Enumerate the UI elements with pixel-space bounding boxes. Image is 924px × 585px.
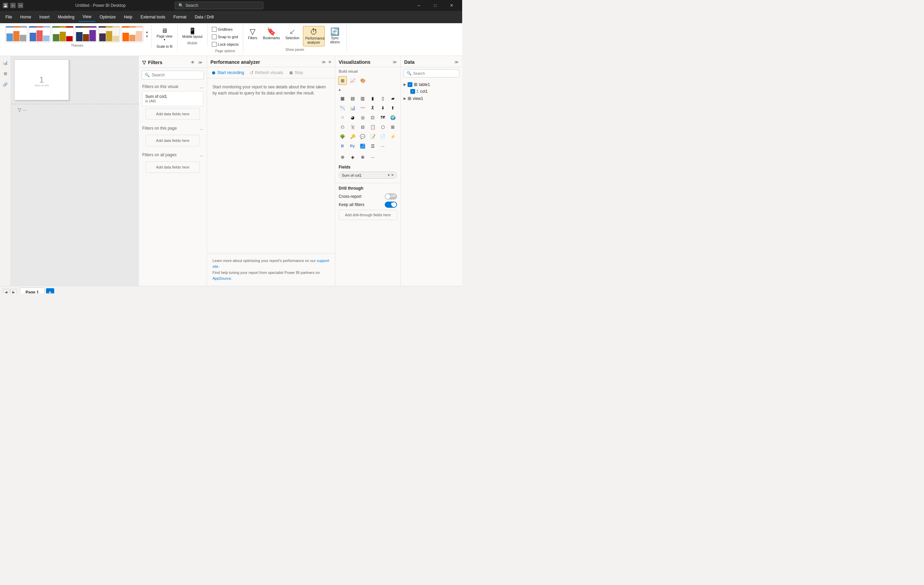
scale-to-fit-button[interactable]: Scale to fit (155, 43, 175, 50)
add-drill-fields-box[interactable]: Add drill-through fields here (339, 210, 397, 220)
field-pill-expand[interactable]: ▾ ✕ (388, 173, 394, 177)
sidebar-model-icon[interactable]: 🔗 (2, 81, 10, 89)
mobile-layout-button[interactable]: 📱 Mobile layout (180, 26, 205, 40)
perf-expand-icon[interactable]: ≫ (322, 60, 326, 64)
data-tree-view1[interactable]: ▶ ⊞ view1 (404, 95, 459, 102)
filters-this-page-menu[interactable]: ··· (200, 127, 203, 132)
filters-expand-icon[interactable]: ≫ (198, 59, 203, 66)
viz-100pct-bar-icon[interactable]: ▥ (358, 94, 367, 102)
viz-more-icon[interactable]: ··· (378, 142, 387, 150)
viz-paginated-report-icon[interactable]: 📄 (378, 132, 387, 141)
viz-qa-icon[interactable]: 💬 (358, 132, 367, 141)
add-visual-fields-box[interactable]: Add data fields here (146, 108, 200, 120)
save-icon[interactable]: 💾 (3, 3, 8, 8)
viz-collapse-icon[interactable]: ▲ (338, 88, 342, 91)
viz-azure-map-icon[interactable]: 🗾 (358, 142, 367, 150)
viz-ribbon-icon[interactable]: 🎗 (368, 103, 377, 112)
page-nav-next[interactable]: ▶ (10, 289, 17, 294)
viz-matrix-icon[interactable]: ⊞ (388, 122, 398, 131)
stop-button[interactable]: ⏹ Stop (289, 70, 303, 75)
theme-1[interactable] (5, 26, 27, 42)
viz-area-icon[interactable]: 📊 (348, 103, 357, 112)
filters-all-pages-menu[interactable]: ··· (200, 154, 203, 158)
theme-2[interactable] (29, 26, 51, 42)
lock-objects-checkbox[interactable]: Lock objects (210, 41, 240, 48)
menu-modeling[interactable]: Modeling (54, 13, 78, 21)
menu-format[interactable]: Format (170, 13, 191, 21)
add-page-fields-box[interactable]: Add data fields here (146, 135, 200, 146)
viz-clustered-col-icon[interactable]: ▯ (378, 94, 387, 102)
viz-multirow-icon[interactable]: ⊟ (358, 122, 367, 131)
theme-4[interactable] (75, 26, 97, 42)
viz-funnel-icon[interactable]: ⬆ (388, 103, 398, 112)
theme-5[interactable] (98, 26, 120, 42)
menu-help[interactable]: Help (120, 13, 137, 21)
viz-row7-more[interactable]: ··· (368, 152, 377, 161)
viz-python-icon[interactable]: Py (348, 142, 357, 150)
filters-this-visual-menu[interactable]: ··· (200, 85, 203, 90)
data-tree-table1[interactable]: ▶ ✓ ⊞ table1 (404, 81, 459, 88)
viz-stacked-bar-icon[interactable]: ▦ (338, 94, 347, 102)
viz-field-col1[interactable]: Sum of col1 ▾ ✕ (339, 172, 397, 179)
close-button[interactable]: ✕ (444, 0, 459, 11)
start-recording-button[interactable]: ⏺ Start recording (211, 70, 244, 75)
perf-close-icon[interactable]: ✕ (328, 60, 332, 64)
viz-card-icon[interactable]: 🃏 (348, 122, 357, 131)
viz-100pct-col-icon[interactable]: ▰ (388, 94, 398, 102)
viz-slicer-icon[interactable]: ⬡ (378, 122, 387, 131)
refresh-visuals-button[interactable]: ↺ Refresh visuals (250, 70, 283, 75)
viz-key-influencers-icon[interactable]: 🔑 (348, 132, 357, 141)
performance-analyzer-button[interactable]: ⏱ Performance analyzer (303, 26, 325, 46)
theme-6[interactable] (121, 26, 143, 42)
menu-external-tools[interactable]: External tools (137, 13, 170, 21)
menu-data-drill[interactable]: Data / Drill (191, 13, 218, 21)
menu-home[interactable]: Home (16, 13, 35, 21)
theme-3[interactable] (52, 26, 74, 42)
viz-treemap-icon[interactable]: ⊡ (368, 113, 377, 122)
canvas-area[interactable]: 1 Sum of col1 ▽ ··· (11, 56, 139, 286)
viz-stacked-col-icon[interactable]: ▮ (368, 94, 377, 102)
keep-filters-toggle[interactable]: On (385, 202, 397, 208)
redo-icon[interactable]: ↪ (18, 3, 23, 8)
viz-scatter-icon[interactable]: ⁙ (338, 113, 347, 122)
page-view-button[interactable]: 🖥 Page view ▼ (155, 26, 175, 43)
viz-line-area-icon[interactable]: 〰 (358, 103, 367, 112)
sidebar-table-icon[interactable]: ⊞ (2, 69, 10, 78)
viz-gauge-icon[interactable]: ⏲ (338, 122, 347, 131)
viz-format-icon[interactable]: 🎨 (358, 76, 367, 85)
viz-row7-1[interactable]: ⊛ (338, 152, 347, 161)
viz-donut-icon[interactable]: ◎ (358, 113, 367, 122)
menu-file[interactable]: File (2, 13, 16, 21)
viz-smart-narrative-icon[interactable]: 📝 (368, 132, 377, 141)
filters-button[interactable]: ▽ Filters (246, 26, 259, 41)
page-thumbnail[interactable]: 1 Sum of col1 (14, 59, 69, 100)
viz-filled-map-icon[interactable]: 🌍 (388, 113, 398, 122)
menu-optimize[interactable]: Optimize (96, 13, 120, 21)
viz-decomp-tree-icon[interactable]: 🌳 (338, 132, 347, 141)
viz-row7-3[interactable]: ⊕ (358, 152, 367, 161)
viz-expand-icon[interactable]: ≫ (393, 60, 397, 64)
cross-report-toggle[interactable]: Off (385, 193, 397, 200)
filters-search-input[interactable] (152, 73, 201, 78)
viz-waterfall-icon[interactable]: ⬇ (378, 103, 387, 112)
filter-card-col1[interactable]: Sum of col1 is (All) (142, 91, 203, 106)
viz-clustered-bar-icon[interactable]: ▤ (348, 94, 357, 102)
sidebar-report-icon[interactable]: 📊 (2, 59, 10, 67)
page-nav-prev[interactable]: ◀ (3, 289, 10, 294)
filters-eye-icon[interactable]: 👁 (190, 59, 195, 66)
sync-slicers-button[interactable]: 🔄 Sync slicers (326, 26, 344, 46)
snap-to-grid-checkbox[interactable]: Snap to grid (210, 33, 240, 40)
data-tree-col1[interactable]: ✓ Σ col1 (404, 88, 459, 95)
minimize-button[interactable]: ─ (411, 0, 427, 11)
viz-kpi-icon[interactable]: 📋 (368, 122, 377, 131)
viz-line-icon[interactable]: 📉 (338, 103, 347, 112)
gridlines-checkbox[interactable]: Gridlines (210, 26, 240, 33)
viz-table-icon[interactable]: ⊞ (338, 76, 347, 85)
viz-r-visual-icon[interactable]: R (338, 142, 347, 150)
menu-insert[interactable]: Insert (35, 13, 54, 21)
filters-search-box[interactable]: 🔍 (142, 71, 204, 79)
viz-pie-icon[interactable]: ◕ (348, 113, 357, 122)
title-search-bar[interactable]: 🔍 Search (175, 2, 263, 9)
maximize-button[interactable]: □ (427, 0, 443, 11)
undo-icon[interactable]: ↩ (10, 3, 16, 8)
